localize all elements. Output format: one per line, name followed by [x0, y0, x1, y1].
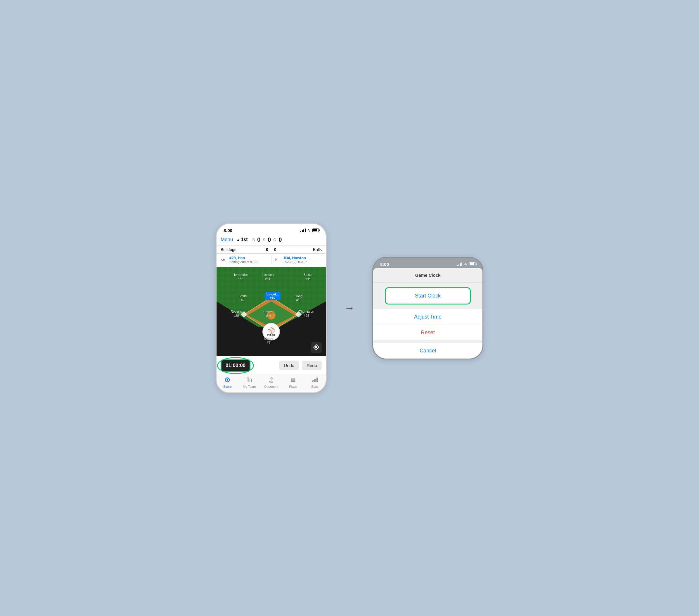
teams-row-1: Bulldogs 0 0 Bulls — [216, 246, 326, 254]
team-right-1: Bulls — [276, 247, 322, 252]
pitch-ball-icon: ⚾ — [267, 327, 275, 334]
tab-bar-1: Score My Team Opponent Plays — [216, 374, 326, 392]
pitcher-sub-1: PC: 2 (2), 0.0 IP — [284, 260, 322, 264]
field-1: Hernandez#32 Jackson#51 Baxter#44 Smith#… — [216, 266, 326, 357]
b-label-1: B — [252, 238, 255, 242]
hernandez-label: Hernandez#32 — [233, 273, 248, 281]
roberts-label: Roberts#20 — [230, 310, 242, 318]
team-scores-1: 0 0 — [266, 247, 276, 252]
team-score1-1: 0 — [266, 247, 268, 252]
phone1: 8:00 ∿ Menu ▲ 1st B 0 S 0 — [216, 223, 327, 393]
status-bar-1: 8:00 ∿ — [216, 224, 326, 235]
tab-score-label: Score — [223, 385, 232, 388]
howton-label: Howton#34 — [263, 310, 274, 318]
tab-myteam[interactable]: My Team — [238, 377, 260, 388]
smith-label: Smith#2 — [238, 294, 247, 302]
b-val-1: 0 — [257, 236, 260, 243]
time-2: 8:00 — [380, 262, 389, 267]
team-left-1: Bulldogs — [221, 247, 266, 252]
start-clock-wrapper: Start Clock — [373, 283, 483, 309]
o-val-1: 0 — [278, 236, 282, 243]
tab-stats-label: Stats — [311, 385, 318, 388]
inning-arrow-1: ▲ — [237, 238, 240, 241]
header-1: Menu ▲ 1st B 0 S 0 O 0 — [216, 235, 326, 246]
moore-label: Moore#7 — [264, 336, 273, 345]
reset-button[interactable]: Reset — [373, 325, 483, 341]
modal-title: Game Clock — [373, 268, 483, 283]
time-1: 8:00 — [224, 228, 232, 233]
player-divider-1 — [271, 255, 272, 264]
s-label-1: S — [263, 238, 265, 242]
status-bar-2: 8:00 ∿ — [373, 258, 483, 268]
bottom-toolbar-1: 01:00:00 Undo Redo — [216, 357, 326, 374]
batter-name-1: #28, Han — [229, 256, 268, 260]
game-clock-modal: Game Clock Start Clock Adjust Time Reset… — [373, 268, 483, 358]
p-label-1: P — [275, 258, 281, 262]
pitcher-name-1: #34, Howton — [284, 256, 322, 260]
myteam-icon — [246, 377, 252, 384]
tab-opponent-label: Opponent — [264, 385, 278, 388]
baxter-label: Baxter#44 — [303, 273, 313, 281]
clock-display[interactable]: 01:00:00 — [221, 359, 250, 372]
score-section-1: B 0 S 0 O 0 — [252, 236, 282, 243]
tab-plays[interactable]: Plays — [282, 377, 304, 388]
jackson-label: Jackson#51 — [262, 273, 274, 281]
stats-icon — [312, 377, 318, 384]
start-clock-button[interactable]: Start Clock — [385, 287, 471, 304]
redo-button[interactable]: Redo — [302, 361, 322, 370]
opponent-icon — [268, 377, 274, 384]
signal-icon-2 — [457, 262, 462, 266]
svg-rect-29 — [314, 379, 316, 382]
adjust-time-button[interactable]: Adjust Time — [373, 309, 483, 325]
yang-label: Yang#10 — [295, 294, 302, 302]
tab-myteam-label: My Team — [243, 385, 256, 388]
players-row-1: AB #28, Han Batting 2nd of 9, 0-0 P #34,… — [216, 254, 326, 266]
transition-arrow: → — [344, 302, 355, 314]
signal-icon — [300, 228, 306, 232]
tab-opponent[interactable]: Opponent — [260, 377, 282, 388]
menu-button-1[interactable]: Menu — [221, 237, 233, 243]
inning-info-1: ▲ 1st — [237, 237, 248, 242]
cancel-button[interactable]: Cancel — [373, 343, 483, 358]
tab-plays-label: Plays — [289, 385, 297, 388]
wifi-icon: ∿ — [307, 228, 311, 233]
status-right-1: ∿ — [300, 228, 319, 233]
status-right-2: ∿ — [457, 262, 475, 266]
svg-point-22 — [227, 379, 228, 381]
svg-point-19 — [315, 346, 317, 348]
field-icon-btn[interactable] — [311, 342, 322, 353]
ab-label-1: AB — [221, 258, 227, 262]
main-container: 8:00 ∿ Menu ▲ 1st B 0 S 0 — [198, 206, 501, 411]
battery-icon-2 — [469, 262, 475, 266]
pitcher-info-1: #34, Howton PC: 2 (2), 0.0 IP — [284, 256, 322, 264]
batter-sub-1: Batting 2nd of 9, 0-0 — [229, 260, 268, 264]
o-label-1: O — [273, 238, 276, 242]
thompson-label: Thompson#25 — [299, 310, 314, 318]
battery-icon — [312, 228, 319, 232]
team-score2-1: 0 — [274, 247, 276, 252]
undo-button[interactable]: Undo — [279, 361, 299, 370]
score-icon — [224, 377, 230, 384]
tab-stats[interactable]: Stats — [304, 377, 326, 388]
s-val-1: 0 — [268, 236, 271, 243]
svg-rect-30 — [316, 378, 317, 382]
plays-icon — [290, 377, 296, 384]
lincoln-badge: Lincol...#10 — [265, 292, 280, 300]
tab-score[interactable]: Score — [216, 377, 238, 388]
wifi-icon-2: ∿ — [464, 262, 467, 266]
svg-rect-28 — [312, 380, 314, 382]
svg-rect-23 — [269, 381, 273, 382]
clock-circle-indicator — [217, 357, 254, 374]
inning-label-1: 1st — [241, 237, 248, 242]
phone2: 8:00 ∿ Menu ▲ 1st B 0 S 0 — [372, 257, 483, 359]
batter-info-1: #28, Han Batting 2nd of 9, 0-0 — [229, 256, 268, 264]
